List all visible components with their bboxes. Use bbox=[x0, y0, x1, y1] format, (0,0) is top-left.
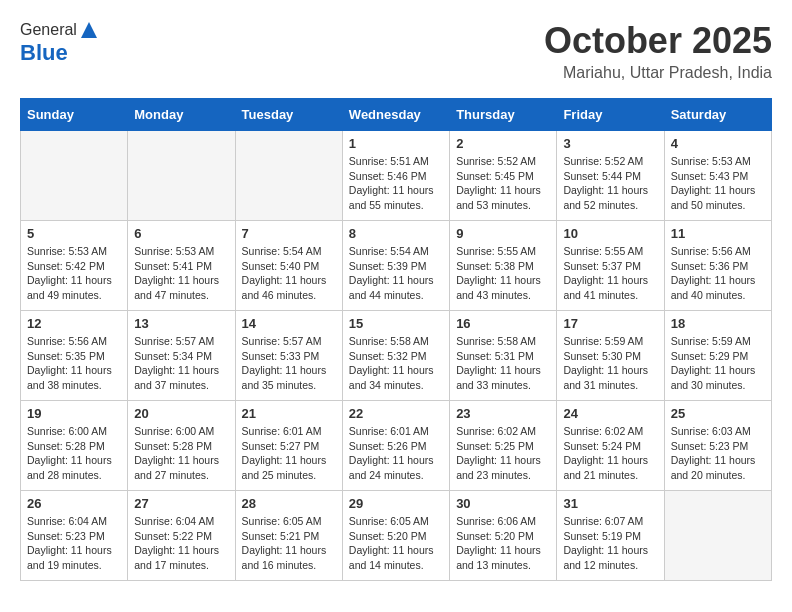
svg-marker-0 bbox=[81, 22, 97, 38]
day-number: 25 bbox=[671, 406, 765, 421]
calendar-cell: 11Sunrise: 5:56 AM Sunset: 5:36 PM Dayli… bbox=[664, 221, 771, 311]
calendar-cell: 18Sunrise: 5:59 AM Sunset: 5:29 PM Dayli… bbox=[664, 311, 771, 401]
weekday-header: Tuesday bbox=[235, 99, 342, 131]
logo-general-text: General bbox=[20, 21, 77, 39]
calendar-cell: 24Sunrise: 6:02 AM Sunset: 5:24 PM Dayli… bbox=[557, 401, 664, 491]
calendar-cell: 3Sunrise: 5:52 AM Sunset: 5:44 PM Daylig… bbox=[557, 131, 664, 221]
day-info: Sunrise: 6:07 AM Sunset: 5:19 PM Dayligh… bbox=[563, 514, 657, 573]
day-info: Sunrise: 6:00 AM Sunset: 5:28 PM Dayligh… bbox=[27, 424, 121, 483]
day-info: Sunrise: 6:01 AM Sunset: 5:27 PM Dayligh… bbox=[242, 424, 336, 483]
weekday-header: Friday bbox=[557, 99, 664, 131]
day-info: Sunrise: 5:56 AM Sunset: 5:36 PM Dayligh… bbox=[671, 244, 765, 303]
day-number: 17 bbox=[563, 316, 657, 331]
calendar-cell: 20Sunrise: 6:00 AM Sunset: 5:28 PM Dayli… bbox=[128, 401, 235, 491]
day-info: Sunrise: 5:58 AM Sunset: 5:31 PM Dayligh… bbox=[456, 334, 550, 393]
day-number: 2 bbox=[456, 136, 550, 151]
day-info: Sunrise: 5:57 AM Sunset: 5:33 PM Dayligh… bbox=[242, 334, 336, 393]
calendar-cell: 27Sunrise: 6:04 AM Sunset: 5:22 PM Dayli… bbox=[128, 491, 235, 581]
day-number: 20 bbox=[134, 406, 228, 421]
day-info: Sunrise: 6:04 AM Sunset: 5:22 PM Dayligh… bbox=[134, 514, 228, 573]
day-number: 21 bbox=[242, 406, 336, 421]
calendar-cell: 4Sunrise: 5:53 AM Sunset: 5:43 PM Daylig… bbox=[664, 131, 771, 221]
day-number: 13 bbox=[134, 316, 228, 331]
calendar-header-row: SundayMondayTuesdayWednesdayThursdayFrid… bbox=[21, 99, 772, 131]
calendar-cell: 19Sunrise: 6:00 AM Sunset: 5:28 PM Dayli… bbox=[21, 401, 128, 491]
weekday-header: Wednesday bbox=[342, 99, 449, 131]
day-info: Sunrise: 5:59 AM Sunset: 5:30 PM Dayligh… bbox=[563, 334, 657, 393]
calendar-cell: 29Sunrise: 6:05 AM Sunset: 5:20 PM Dayli… bbox=[342, 491, 449, 581]
day-info: Sunrise: 5:59 AM Sunset: 5:29 PM Dayligh… bbox=[671, 334, 765, 393]
day-info: Sunrise: 5:57 AM Sunset: 5:34 PM Dayligh… bbox=[134, 334, 228, 393]
calendar-cell: 25Sunrise: 6:03 AM Sunset: 5:23 PM Dayli… bbox=[664, 401, 771, 491]
calendar-cell: 21Sunrise: 6:01 AM Sunset: 5:27 PM Dayli… bbox=[235, 401, 342, 491]
calendar-cell bbox=[21, 131, 128, 221]
calendar-cell: 16Sunrise: 5:58 AM Sunset: 5:31 PM Dayli… bbox=[450, 311, 557, 401]
calendar-cell: 30Sunrise: 6:06 AM Sunset: 5:20 PM Dayli… bbox=[450, 491, 557, 581]
logo-icon bbox=[79, 20, 99, 40]
calendar-table: SundayMondayTuesdayWednesdayThursdayFrid… bbox=[20, 98, 772, 581]
day-number: 30 bbox=[456, 496, 550, 511]
day-number: 1 bbox=[349, 136, 443, 151]
day-info: Sunrise: 5:52 AM Sunset: 5:44 PM Dayligh… bbox=[563, 154, 657, 213]
month-title: October 2025 bbox=[544, 20, 772, 62]
calendar-cell bbox=[664, 491, 771, 581]
day-info: Sunrise: 6:00 AM Sunset: 5:28 PM Dayligh… bbox=[134, 424, 228, 483]
day-info: Sunrise: 6:02 AM Sunset: 5:25 PM Dayligh… bbox=[456, 424, 550, 483]
calendar-cell: 10Sunrise: 5:55 AM Sunset: 5:37 PM Dayli… bbox=[557, 221, 664, 311]
day-number: 9 bbox=[456, 226, 550, 241]
calendar-cell: 22Sunrise: 6:01 AM Sunset: 5:26 PM Dayli… bbox=[342, 401, 449, 491]
calendar-cell: 2Sunrise: 5:52 AM Sunset: 5:45 PM Daylig… bbox=[450, 131, 557, 221]
day-number: 3 bbox=[563, 136, 657, 151]
day-number: 28 bbox=[242, 496, 336, 511]
day-number: 5 bbox=[27, 226, 121, 241]
calendar-cell: 17Sunrise: 5:59 AM Sunset: 5:30 PM Dayli… bbox=[557, 311, 664, 401]
calendar-week-row: 1Sunrise: 5:51 AM Sunset: 5:46 PM Daylig… bbox=[21, 131, 772, 221]
calendar-cell: 15Sunrise: 5:58 AM Sunset: 5:32 PM Dayli… bbox=[342, 311, 449, 401]
calendar-cell: 13Sunrise: 5:57 AM Sunset: 5:34 PM Dayli… bbox=[128, 311, 235, 401]
weekday-header: Monday bbox=[128, 99, 235, 131]
calendar-cell: 31Sunrise: 6:07 AM Sunset: 5:19 PM Dayli… bbox=[557, 491, 664, 581]
day-info: Sunrise: 6:02 AM Sunset: 5:24 PM Dayligh… bbox=[563, 424, 657, 483]
day-number: 4 bbox=[671, 136, 765, 151]
calendar-cell bbox=[235, 131, 342, 221]
day-number: 22 bbox=[349, 406, 443, 421]
calendar-cell: 6Sunrise: 5:53 AM Sunset: 5:41 PM Daylig… bbox=[128, 221, 235, 311]
calendar-cell: 8Sunrise: 5:54 AM Sunset: 5:39 PM Daylig… bbox=[342, 221, 449, 311]
day-info: Sunrise: 5:56 AM Sunset: 5:35 PM Dayligh… bbox=[27, 334, 121, 393]
day-number: 29 bbox=[349, 496, 443, 511]
page-header: General Blue October 2025 Mariahu, Uttar… bbox=[20, 20, 772, 82]
location-title: Mariahu, Uttar Pradesh, India bbox=[544, 64, 772, 82]
calendar-cell: 28Sunrise: 6:05 AM Sunset: 5:21 PM Dayli… bbox=[235, 491, 342, 581]
day-info: Sunrise: 5:53 AM Sunset: 5:43 PM Dayligh… bbox=[671, 154, 765, 213]
day-number: 16 bbox=[456, 316, 550, 331]
weekday-header: Saturday bbox=[664, 99, 771, 131]
day-number: 15 bbox=[349, 316, 443, 331]
calendar-week-row: 5Sunrise: 5:53 AM Sunset: 5:42 PM Daylig… bbox=[21, 221, 772, 311]
calendar-cell: 5Sunrise: 5:53 AM Sunset: 5:42 PM Daylig… bbox=[21, 221, 128, 311]
day-number: 14 bbox=[242, 316, 336, 331]
calendar-week-row: 19Sunrise: 6:00 AM Sunset: 5:28 PM Dayli… bbox=[21, 401, 772, 491]
weekday-header: Sunday bbox=[21, 99, 128, 131]
day-number: 12 bbox=[27, 316, 121, 331]
day-number: 31 bbox=[563, 496, 657, 511]
day-info: Sunrise: 6:01 AM Sunset: 5:26 PM Dayligh… bbox=[349, 424, 443, 483]
day-info: Sunrise: 5:53 AM Sunset: 5:42 PM Dayligh… bbox=[27, 244, 121, 303]
day-info: Sunrise: 5:54 AM Sunset: 5:39 PM Dayligh… bbox=[349, 244, 443, 303]
day-info: Sunrise: 6:04 AM Sunset: 5:23 PM Dayligh… bbox=[27, 514, 121, 573]
day-info: Sunrise: 6:05 AM Sunset: 5:21 PM Dayligh… bbox=[242, 514, 336, 573]
calendar-cell: 9Sunrise: 5:55 AM Sunset: 5:38 PM Daylig… bbox=[450, 221, 557, 311]
day-info: Sunrise: 5:55 AM Sunset: 5:38 PM Dayligh… bbox=[456, 244, 550, 303]
day-number: 24 bbox=[563, 406, 657, 421]
day-info: Sunrise: 5:53 AM Sunset: 5:41 PM Dayligh… bbox=[134, 244, 228, 303]
calendar-cell: 1Sunrise: 5:51 AM Sunset: 5:46 PM Daylig… bbox=[342, 131, 449, 221]
day-number: 7 bbox=[242, 226, 336, 241]
calendar-cell bbox=[128, 131, 235, 221]
day-info: Sunrise: 5:52 AM Sunset: 5:45 PM Dayligh… bbox=[456, 154, 550, 213]
title-area: October 2025 Mariahu, Uttar Pradesh, Ind… bbox=[544, 20, 772, 82]
calendar-week-row: 26Sunrise: 6:04 AM Sunset: 5:23 PM Dayli… bbox=[21, 491, 772, 581]
day-number: 6 bbox=[134, 226, 228, 241]
calendar-cell: 26Sunrise: 6:04 AM Sunset: 5:23 PM Dayli… bbox=[21, 491, 128, 581]
calendar-cell: 14Sunrise: 5:57 AM Sunset: 5:33 PM Dayli… bbox=[235, 311, 342, 401]
calendar-cell: 12Sunrise: 5:56 AM Sunset: 5:35 PM Dayli… bbox=[21, 311, 128, 401]
calendar-cell: 7Sunrise: 5:54 AM Sunset: 5:40 PM Daylig… bbox=[235, 221, 342, 311]
